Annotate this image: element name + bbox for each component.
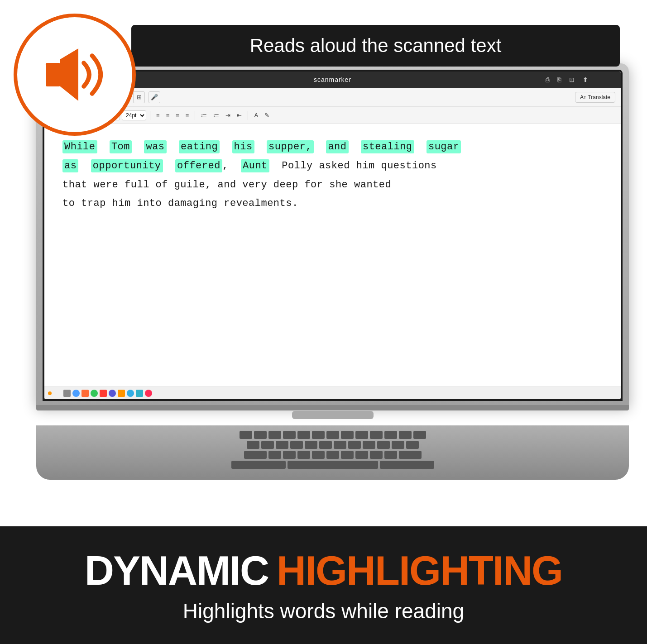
key	[283, 451, 296, 459]
space-key	[288, 461, 378, 469]
highlighted-word-was: was	[144, 140, 166, 153]
key	[247, 441, 259, 449]
keyboard-row-3	[63, 451, 602, 459]
key	[240, 431, 252, 439]
align-center-button[interactable]: ≡	[164, 110, 172, 120]
key	[384, 451, 397, 459]
key	[370, 431, 383, 439]
taskbar-icons	[63, 390, 152, 397]
toolbar-divider-2	[150, 111, 150, 120]
taskbar-icon-9	[136, 390, 143, 397]
key	[276, 441, 288, 449]
key	[406, 441, 419, 449]
laptop-trackpad[interactable]	[292, 411, 374, 419]
screen-bezel: scanmarker ⎙ ⎘ ⊡ ⬆ Read Selected 🔊	[43, 70, 623, 401]
highlighted-word-aunt: Aunt	[241, 159, 269, 172]
titlebar-icons: ⎙ ⎘ ⊡ ⬆	[546, 76, 588, 83]
key	[290, 441, 303, 449]
key	[370, 451, 383, 459]
align-right-button[interactable]: ≡	[173, 110, 182, 120]
key	[392, 441, 404, 449]
keyboard-area	[36, 425, 629, 480]
print-icon[interactable]: ⎙	[546, 76, 549, 83]
key	[377, 441, 390, 449]
key	[341, 451, 354, 459]
laptop-hinge	[36, 405, 629, 410]
key	[326, 431, 339, 439]
app-title: scanmarker	[314, 76, 351, 83]
taskbar-icon-8	[127, 390, 134, 397]
keyboard-rows	[36, 425, 629, 474]
align-left-button[interactable]: ≡	[154, 110, 162, 120]
reads-aloud-text: Reads aloud the scanned text	[250, 35, 502, 57]
key	[283, 431, 296, 439]
spacebar-key	[231, 461, 286, 469]
bottom-banner: DYNAMIC HIGHLIGHTING Highlights words wh…	[0, 526, 647, 644]
key	[254, 431, 267, 439]
key	[341, 431, 354, 439]
keyboard-row-1	[63, 431, 602, 439]
app-screen: scanmarker ⎙ ⎘ ⊡ ⬆ Read Selected 🔊	[44, 72, 621, 399]
key	[355, 431, 368, 439]
bullet-list-button[interactable]: ≔	[199, 110, 209, 120]
indent-button[interactable]: ⇥	[223, 110, 233, 120]
key	[268, 431, 281, 439]
highlighted-word-as: as	[62, 159, 78, 172]
text-content: While Tom was eating his supper, and ste…	[62, 138, 603, 213]
format-toolbar: B U I S Arial 24pt ≡ ≡	[44, 107, 621, 124]
font-size-select[interactable]: 24pt	[122, 110, 146, 120]
toolbar-divider-4	[248, 111, 248, 120]
numbered-list-button[interactable]: ≔	[211, 110, 221, 120]
translate-icon: Aт	[580, 94, 586, 100]
svg-marker-1	[60, 48, 78, 101]
key	[355, 451, 368, 459]
key	[244, 451, 267, 459]
taskbar-icon-7	[118, 390, 125, 397]
key	[399, 451, 422, 459]
text-line3: that were full of guile, and very deep f…	[62, 179, 391, 191]
keyboard-row-2	[63, 441, 602, 449]
highlighted-word-offered: offered	[175, 159, 222, 172]
highlighted-word-his: his	[232, 140, 254, 153]
speaker-icon	[38, 43, 111, 106]
highlighted-word-opportunity: opportunity	[91, 159, 163, 172]
content-area[interactable]: While Tom was eating his supper, and ste…	[44, 124, 621, 386]
key	[319, 441, 332, 449]
key	[297, 431, 310, 439]
align-justify-button[interactable]: ≡	[183, 110, 192, 120]
banner-title-row: DYNAMIC HIGHLIGHTING	[85, 548, 562, 594]
upload-icon[interactable]: ⬆	[583, 76, 588, 83]
key	[384, 431, 397, 439]
banner-subtitle-text: Highlights words while reading	[183, 599, 464, 623]
key	[363, 441, 375, 449]
highlighted-word-tom: Tom	[110, 140, 132, 153]
key	[348, 441, 361, 449]
toolbar-divider-3	[195, 111, 195, 120]
highlighted-word-and: and	[326, 140, 348, 153]
key	[312, 431, 325, 439]
key	[413, 431, 426, 439]
highlighted-word-supper: supper,	[267, 140, 314, 153]
taskbar-icon-3	[81, 390, 89, 397]
laptop-screen: scanmarker ⎙ ⎘ ⊡ ⬆ Read Selected 🔊	[36, 63, 629, 407]
mic-icon-btn[interactable]: 🎤	[149, 91, 160, 103]
share-icon[interactable]: ⎘	[557, 76, 561, 83]
image-icon-btn[interactable]: ⊞	[133, 91, 145, 103]
taskbar-icon-1	[63, 390, 71, 397]
key	[334, 441, 346, 449]
laptop: scanmarker ⎙ ⎘ ⊡ ⬆ Read Selected 🔊	[36, 63, 629, 412]
taskbar-icon-4	[91, 390, 98, 397]
window-icon[interactable]: ⊡	[569, 76, 575, 83]
banner-highlighting-text: HIGHLIGHTING	[277, 548, 562, 594]
highlight-color-button[interactable]: ✎	[262, 110, 272, 120]
status-bar	[44, 386, 621, 399]
font-color-button[interactable]: A	[252, 110, 260, 120]
text-line4: to trap him into damaging revealments.	[62, 198, 298, 209]
translate-button[interactable]: Aт Translate	[575, 92, 615, 103]
highlighted-word-sugar: sugar	[427, 140, 461, 153]
taskbar-icon-2	[72, 390, 80, 397]
key	[399, 431, 412, 439]
key	[305, 441, 317, 449]
outdent-button[interactable]: ⇤	[235, 110, 244, 120]
top-section: Reads aloud the scanned text scanmarker …	[0, 0, 647, 425]
